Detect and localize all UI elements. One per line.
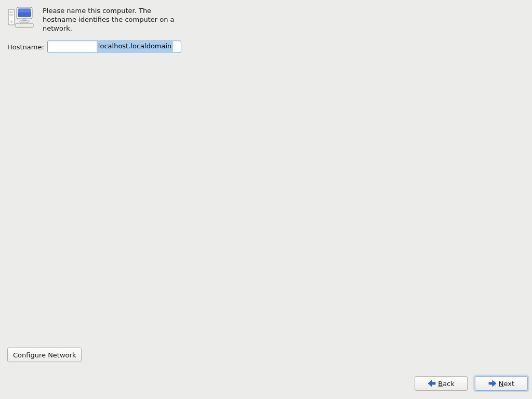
- next-button[interactable]: Next: [475, 376, 528, 391]
- arrow-left-icon: [428, 380, 436, 387]
- network-computer-icon: [7, 6, 38, 31]
- svg-rect-2: [9, 14, 14, 16]
- svg-rect-6: [18, 9, 31, 12]
- back-button[interactable]: Back: [415, 376, 468, 391]
- svg-rect-9: [16, 23, 33, 28]
- back-button-label: Back: [438, 380, 455, 388]
- instruction-text: Please name this computer. The hostname …: [43, 6, 178, 33]
- watermark-line2: jiaocheng.chazidian.com: [458, 391, 529, 398]
- hostname-label: Hostname:: [7, 43, 44, 51]
- arrow-right-icon: [488, 380, 497, 387]
- svg-rect-8: [20, 21, 29, 22]
- configure-network-button[interactable]: Configure Network: [7, 348, 82, 362]
- next-button-label: Next: [499, 380, 514, 388]
- svg-point-3: [11, 21, 12, 23]
- svg-rect-1: [9, 11, 14, 13]
- hostname-input[interactable]: [47, 41, 181, 53]
- configure-network-label: Configure Network: [13, 351, 76, 359]
- svg-rect-7: [23, 19, 26, 21]
